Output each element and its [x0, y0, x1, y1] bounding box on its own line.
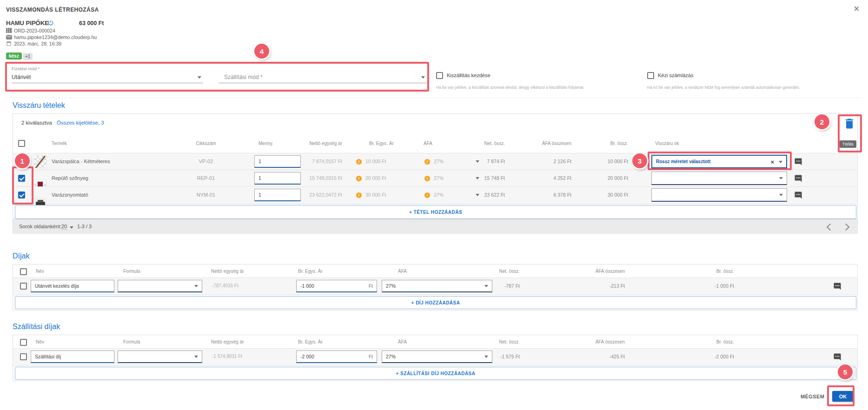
cancel-button[interactable]: MÉGSEM	[801, 394, 824, 399]
customer-name: HAMU PIPŐKE	[6, 20, 49, 26]
col-net-total: Net. össz.	[473, 269, 520, 274]
rows-per-page-select[interactable]: 20	[61, 224, 67, 230]
gross-unit-input[interactable]: -1 000 Ft	[296, 280, 377, 292]
vat-total: -213 Ft	[578, 283, 625, 289]
return-reason-select[interactable]: Rossz méretet választott ×	[651, 155, 787, 168]
manual-invoicing-checkbox[interactable]	[647, 72, 654, 79]
col-vat-total: ÁFA összesen	[578, 339, 625, 344]
manual-invoicing-help: Ha ez be van jelölve, a rendszer NEM fog…	[647, 85, 842, 90]
product-image	[34, 155, 47, 168]
vat-rate: 27%	[434, 192, 444, 198]
fee-name-input[interactable]: Utánvét kezelés díja	[31, 280, 114, 292]
add-item-button[interactable]: + TÉTEL HOZZÁADÁS	[15, 205, 856, 219]
comment-icon[interactable]	[794, 191, 802, 199]
shipping-fees-card: Név Formula Nettó egység ár Br. Egys. Ár…	[13, 335, 858, 381]
clear-icon[interactable]: ×	[770, 159, 774, 165]
net-total: 23 622 Ft	[459, 192, 505, 198]
return-reason-select[interactable]	[651, 172, 787, 185]
formula-select[interactable]	[118, 280, 202, 292]
row-checkbox[interactable]	[18, 175, 25, 182]
col-vat-total: ÁFA összesen	[527, 141, 571, 146]
payment-method-label: Fizetési mód *	[12, 66, 40, 71]
comment-icon[interactable]	[794, 158, 802, 166]
col-gross-unit: Br. Egys. Ár	[298, 339, 323, 344]
selected-count: 2 kiválasztva	[21, 120, 52, 126]
row-checkbox[interactable]	[20, 353, 27, 360]
vat-total: 2 126 Ft	[527, 159, 571, 164]
net-unit-price: 23 622,0472 Ft	[287, 192, 342, 198]
chevron-down-icon[interactable]	[779, 161, 782, 163]
warning-icon: !	[356, 176, 362, 181]
net-total: -787 Ft	[473, 283, 520, 289]
gross-unit-price: 10 000 Ft	[365, 159, 386, 164]
delete-tooltip: Törlés	[840, 140, 856, 148]
net-total: 15 748 Ft	[459, 175, 505, 181]
shipping-method-select[interactable]: Szállítási mód *	[219, 65, 427, 83]
warning-icon: !	[424, 192, 430, 198]
ok-button[interactable]: OK	[832, 391, 854, 402]
currency-suffix: Ft	[369, 354, 373, 359]
annotation-circle-1: 1	[15, 153, 30, 168]
calendar-icon	[6, 41, 12, 46]
manual-invoicing-label: Kézi számlázás	[658, 73, 693, 78]
cancellation-dialog: VISSZAMONDÁS LÉTREHOZÁSA × HAMU PIPŐKE 6…	[0, 0, 868, 410]
row-checkbox[interactable]	[18, 192, 25, 198]
net-total: 7 874 Ft	[459, 159, 505, 164]
row-checkbox[interactable]	[20, 283, 27, 290]
gross-total: 30 000 Ft	[584, 192, 628, 198]
col-sku: Cikkszám	[190, 141, 222, 146]
product-sku: VP-02	[190, 159, 222, 164]
gross-total: -1 000 Ft	[688, 283, 734, 289]
more-statuses-badge[interactable]: +1	[23, 53, 33, 60]
formula-select[interactable]	[118, 350, 202, 363]
col-name: Név	[36, 269, 44, 274]
product-sku: REP-01	[190, 175, 222, 181]
annotation-circle-4: 4	[254, 44, 269, 59]
items-card: 2 kiválasztva Összes kijelölése, 3 Termé…	[13, 113, 858, 233]
product-name: Varázspálca - Kétméteres	[52, 159, 110, 164]
shipping-fees-section-title: Szállítási díjak	[13, 323, 60, 331]
fee-name-input[interactable]: Szállítási díj	[31, 350, 114, 363]
page-title: VISSZAMONDÁS LÉTREHOZÁSA	[6, 7, 99, 13]
pagination-range: 1-3 / 3	[77, 224, 92, 229]
comment-icon[interactable]	[833, 282, 841, 291]
annotation-circle-3: 3	[632, 153, 647, 168]
comment-icon[interactable]	[794, 174, 802, 183]
barcode-icon	[6, 28, 12, 33]
col-gross-total: Br. össz.	[584, 141, 628, 146]
col-gross-unit: Br. Egys. Ár	[369, 141, 394, 146]
start-delivery-checkbox[interactable]	[436, 72, 443, 79]
previous-page-icon[interactable]	[827, 224, 834, 231]
return-reason-value: Rossz méretet választott	[656, 159, 710, 164]
order-id: ORD-2023-000024	[14, 28, 55, 33]
chevron-down-icon[interactable]	[70, 226, 73, 229]
comment-icon[interactable]	[833, 353, 841, 361]
shipping-method-placeholder: Szállítási mód *	[224, 74, 263, 80]
close-icon[interactable]: ×	[854, 5, 860, 13]
order-datetime: 2023. márc. 28. 16:39	[14, 41, 61, 46]
select-all-link[interactable]: Összes kijelölése, 3	[57, 120, 104, 126]
add-fee-button[interactable]: + DÍJ HOZZÁADÁSA	[15, 296, 856, 309]
start-delivery-label: Kiszállítás kezdése	[447, 73, 490, 78]
select-all-checkbox[interactable]	[20, 268, 27, 275]
delete-icon[interactable]	[843, 117, 856, 130]
table-row: Varázspálca - Kétméteres VP-02 1 7 874,0…	[13, 153, 857, 170]
col-net-total: Net. össz.	[459, 141, 505, 146]
gross-unit-input[interactable]: -2 000 Ft	[296, 350, 377, 363]
net-unit-price: -1 574,8031 Ft	[212, 354, 242, 359]
col-vat: ÁFA	[398, 269, 407, 274]
select-all-checkbox[interactable]	[18, 140, 25, 147]
vat-total: 6 378 Ft	[527, 192, 571, 198]
next-page-icon[interactable]	[842, 224, 850, 231]
email-icon	[6, 35, 12, 40]
col-formula: Formula	[123, 339, 140, 344]
annotation-circle-2: 2	[815, 114, 829, 129]
col-gross-total: Br. össz.	[688, 269, 734, 274]
power-icon[interactable]	[47, 20, 54, 26]
net-unit-price: 7 874,0157 Ft	[287, 159, 342, 164]
vat-total: -425 Ft	[578, 354, 625, 359]
add-shipping-fee-button[interactable]: + SZÁLLÍTÁSI DÍJ HOZZÁADÁSA	[15, 367, 856, 380]
payment-method-select[interactable]: Fizetési mód * Utánvét	[12, 65, 203, 83]
select-all-checkbox[interactable]	[20, 339, 27, 346]
return-reason-select[interactable]	[651, 188, 787, 202]
